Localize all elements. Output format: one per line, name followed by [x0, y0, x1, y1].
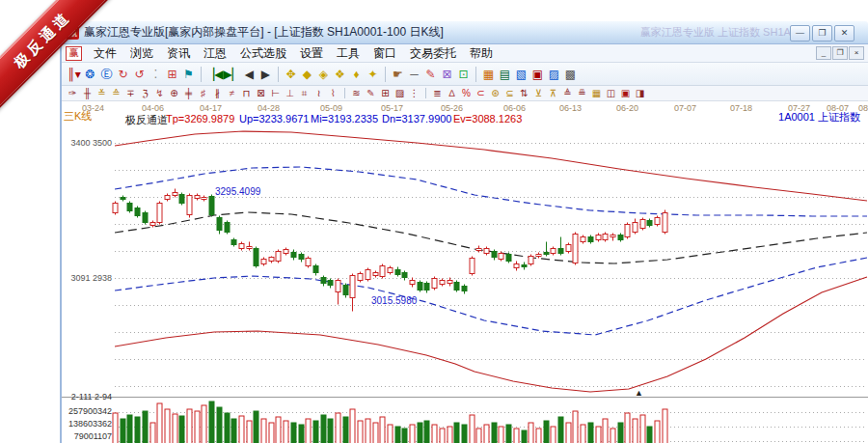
draw-tool-5-icon[interactable]: ⋮ [407, 87, 421, 99]
volume-bar[interactable] [366, 419, 370, 443]
candle[interactable] [603, 235, 608, 240]
draw-tool-2-icon[interactable]: ✎ [364, 87, 378, 99]
scroll-triangle-marker[interactable]: ▲ [635, 388, 643, 398]
candle[interactable] [596, 235, 601, 240]
menu-item-4[interactable]: 江恩 [197, 45, 233, 62]
gann-tool-9-icon[interactable]: ╪ [181, 87, 196, 99]
volume-bar[interactable] [655, 421, 660, 443]
volume-bar[interactable] [558, 417, 563, 443]
volume-bar[interactable] [454, 423, 459, 443]
candle[interactable] [366, 270, 370, 280]
candle[interactable] [306, 259, 311, 266]
mdi-close-button[interactable]: × [849, 46, 864, 60]
candle[interactable] [484, 249, 489, 254]
menu-item-6[interactable]: 设置 [293, 45, 330, 62]
candle[interactable] [254, 249, 258, 266]
candle[interactable] [640, 220, 645, 229]
volume-bar[interactable] [522, 430, 527, 443]
volume-bar[interactable] [313, 421, 318, 443]
volume-bar[interactable] [239, 416, 244, 443]
volume-bar[interactable] [284, 421, 288, 443]
candle[interactable] [395, 270, 400, 275]
volume-bar[interactable] [536, 429, 541, 443]
gann-tool-13-icon[interactable]: ⊓ [239, 87, 254, 99]
volume-bar[interactable] [150, 423, 155, 443]
gann-tool-19-icon[interactable]: ⌇ [326, 87, 340, 99]
rollback-icon[interactable]: ↺ [131, 66, 148, 83]
volume-bar[interactable] [165, 409, 170, 443]
volume-bar[interactable] [633, 419, 637, 443]
box-tool-4-icon[interactable]: ◨ [633, 87, 647, 99]
candle[interactable] [135, 208, 140, 216]
volume-bar[interactable] [395, 427, 400, 443]
menu-item-1[interactable]: 文件 [87, 45, 123, 62]
candle[interactable] [209, 197, 214, 215]
volume-bar[interactable] [127, 415, 132, 443]
percent-tool-icon[interactable]: % [459, 87, 474, 99]
gann-tool-8-icon[interactable]: ⊕ [167, 87, 181, 99]
volume-bar[interactable] [663, 409, 667, 443]
arc-tool-icon[interactable]: ⊂ [474, 87, 488, 99]
info-e-icon[interactable]: Ⓔ [98, 66, 115, 83]
candle[interactable] [522, 265, 527, 267]
volume-bar[interactable] [424, 421, 429, 443]
candle[interactable] [291, 253, 296, 258]
title-bar[interactable]: 赢 赢家江恩专业版[赢家内部操盘平台] - [上证指数 SH1A0001-100… [62, 21, 868, 44]
first-page-icon[interactable]: ▕◀ [205, 66, 223, 83]
circle-tool-icon[interactable]: ⊛ [488, 87, 502, 99]
candle[interactable] [179, 195, 184, 204]
volume-bar[interactable] [225, 413, 230, 443]
diamond-pan-icon[interactable]: ✥ [283, 66, 299, 83]
candle[interactable] [536, 255, 541, 257]
candle[interactable] [299, 255, 304, 260]
candle[interactable] [448, 281, 452, 284]
print-icon[interactable]: ▩ [562, 66, 579, 83]
gann-tool-16-icon[interactable]: ⊥ [283, 87, 297, 99]
gann-tool-1-icon[interactable]: ✑ [66, 87, 80, 99]
candle[interactable] [173, 193, 177, 196]
candle[interactable] [127, 204, 132, 211]
volume-bar[interactable] [418, 423, 422, 443]
volume-bar[interactable] [410, 425, 415, 443]
volume-bar[interactable] [343, 417, 348, 443]
candle[interactable] [269, 258, 274, 262]
diamond-cross-icon[interactable]: ✦ [365, 66, 381, 83]
candle[interactable] [121, 198, 125, 200]
next-icon[interactable]: ▶ [258, 66, 274, 83]
volume-bar[interactable] [440, 429, 445, 443]
notes-icon[interactable]: ▧ [513, 66, 529, 83]
draw-tool-3-icon[interactable]: ⊞ [378, 87, 393, 99]
menu-item-8[interactable]: 窗口 [366, 45, 403, 62]
volume-bar[interactable] [476, 429, 481, 443]
volume-bar[interactable] [328, 419, 333, 443]
volume-bar[interactable] [470, 415, 475, 443]
volume-bar[interactable] [647, 427, 652, 443]
menu-item-9[interactable]: 交易委托 [403, 45, 463, 62]
volume-bar[interactable] [306, 419, 311, 443]
volume-bar[interactable] [231, 419, 236, 443]
candle[interactable] [633, 223, 637, 233]
candle[interactable] [143, 213, 148, 223]
candle[interactable] [551, 249, 556, 254]
candle[interactable] [239, 244, 244, 249]
candle[interactable] [261, 260, 266, 264]
volume-bar[interactable] [321, 415, 326, 443]
candle[interactable] [336, 281, 340, 292]
volume-bar[interactable] [187, 409, 192, 443]
diamond-split-icon[interactable]: ❖ [332, 66, 348, 83]
candle[interactable] [618, 235, 623, 240]
candle[interactable] [113, 204, 118, 213]
grid-purple-icon[interactable]: ⊠ [439, 66, 455, 83]
gann-tool-4-icon[interactable]: ≙ [109, 87, 123, 99]
box-tool-2-icon[interactable]: ◫ [604, 87, 618, 99]
volume-bar[interactable] [514, 429, 519, 443]
volume-bar[interactable] [113, 413, 118, 443]
mdi-minimize-button[interactable]: _ [816, 46, 831, 60]
dots-icon[interactable]: ⁚ [148, 66, 164, 83]
draw-tool-4-icon[interactable]: ▨ [393, 87, 407, 99]
volume-bar[interactable] [596, 427, 601, 443]
candle[interactable] [343, 286, 348, 295]
candle[interactable] [663, 213, 667, 233]
candle[interactable] [150, 223, 155, 226]
volume-bar[interactable] [588, 423, 593, 443]
